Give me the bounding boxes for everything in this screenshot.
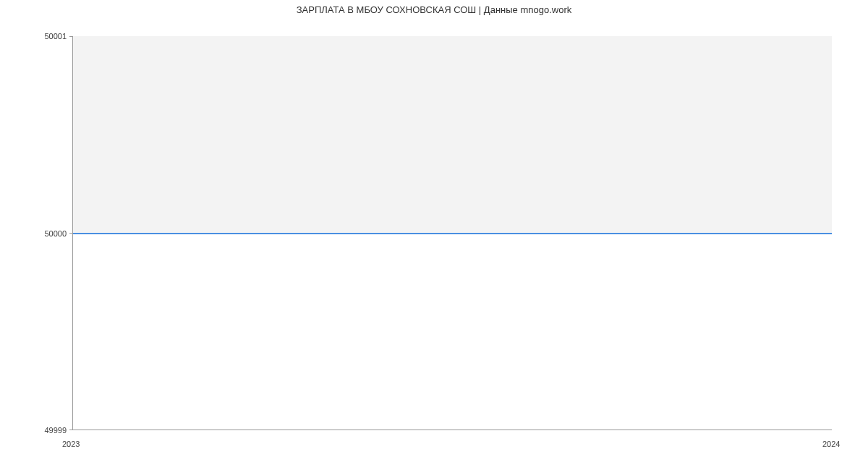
y-axis-tick-label: 50000 (9, 229, 67, 238)
chart-title: ЗАРПЛАТА В МБОУ СОХНОВСКАЯ СОШ | Данные … (0, 4, 868, 15)
y-tick-mark (69, 36, 73, 37)
upper-fill (73, 36, 832, 233)
y-tick-mark (69, 233, 73, 234)
y-axis-tick-label: 50001 (9, 32, 67, 40)
data-line (73, 233, 832, 234)
lower-fill (73, 234, 832, 430)
x-axis-tick-label: 2023 (62, 440, 80, 448)
x-axis-tick-label: 2024 (822, 440, 840, 448)
plot-area (72, 36, 832, 430)
chart-container: ЗАРПЛАТА В МБОУ СОХНОВСКАЯ СОШ | Данные … (0, 0, 868, 470)
y-axis-tick-label: 49999 (9, 426, 67, 435)
y-tick-mark (69, 430, 73, 430)
